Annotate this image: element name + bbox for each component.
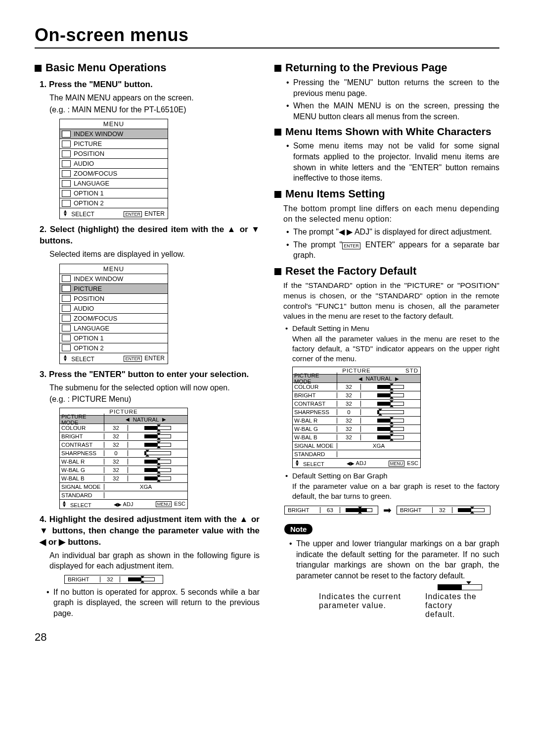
heading-reset: Reset the Factory Default	[274, 265, 499, 278]
menu-item-icon	[62, 170, 71, 177]
note-bullets: The upper and lower triangular markings …	[289, 538, 499, 581]
bar-diagram	[294, 584, 490, 592]
picture-menu-table-1: PICTUREPICTURE MODE◀ NATURAL ▶COLOUR32BR…	[59, 408, 188, 509]
page-number: 28	[35, 631, 499, 644]
setting-bullets: The prompt "◀ ▶ ADJ" is displayed for di…	[286, 227, 499, 261]
arrow-right-icon: ➡	[383, 504, 392, 516]
menu-item: OPTION 1	[60, 189, 168, 198]
heading-white-items: Menu Items Shown with White Characters	[274, 126, 499, 138]
setting-b2: The prompt "ENTER ENTER" appears for a s…	[286, 239, 499, 261]
right-column: Returning to the Previous Page Pressing …	[274, 57, 499, 621]
menu-item-icon	[62, 200, 71, 207]
page-title: On-screen menus	[35, 25, 499, 46]
menu-item: LANGUAGE	[60, 324, 168, 333]
note-label: Note	[284, 524, 312, 534]
reset-sub-2: Default Setting on Bar Graph If the para…	[285, 471, 499, 501]
menu-item: INDEX WINDOW	[60, 274, 168, 284]
bar-compare: BRIGHT 63 ➡ BRIGHT 32	[284, 504, 499, 516]
menu-item: INDEX WINDOW	[60, 129, 168, 139]
reset-sub-1: Default Setting in Menu When all the par…	[285, 324, 499, 364]
menu-item: ZOOM/FOCUS	[60, 169, 168, 179]
reset-b2: Default Setting on Bar Graph If the para…	[285, 471, 499, 501]
returning-bullets: Pressing the "MENU" button returns the s…	[286, 77, 499, 122]
step4-bullets: If no button is operated for approx. 5 s…	[46, 587, 260, 619]
menu-item-icon	[62, 285, 71, 292]
title-rule	[35, 47, 499, 48]
menu-item-icon	[62, 295, 71, 302]
note-body: The upper and lower triangular markings …	[289, 538, 499, 581]
menu-item: POSITION	[60, 294, 168, 304]
setting-b1: The prompt "◀ ▶ ADJ" is displayed for di…	[286, 227, 499, 237]
main-menu-table-2: MENUINDEX WINDOWPICTUREPOSITIONAUDIOZOOM…	[59, 264, 168, 364]
step3-title: 3. Press the "ENTER" button to enter you…	[40, 369, 260, 380]
menu-item: OPTION 2	[60, 198, 168, 208]
picture-menu-table-2: PICTURESTDPICTURE MODE◀ NATURAL ▶COLOUR3…	[292, 367, 421, 468]
menu-item-icon	[62, 305, 71, 312]
step2-title: 2. Select (highlight) the desired item w…	[40, 224, 260, 247]
menu-item-icon	[62, 131, 71, 138]
diagram-label-left: Indicates the current parameter value.	[319, 592, 405, 619]
step4-title: 4. Highlight the desired adjustment item…	[40, 514, 260, 548]
setting-body: The bottom prompt line differs on each m…	[283, 203, 499, 225]
reset-body: If the "STANDARD" option in the "PICTURE…	[283, 281, 499, 322]
menu-item: LANGUAGE	[60, 179, 168, 189]
step1-title: 1. Press the "MENU" button.	[40, 79, 260, 91]
heading-basic-menu: Basic Menu Operations	[35, 61, 260, 74]
bright-bar-single: BRIGHT 32	[64, 575, 163, 584]
diagram-label-right: Indicates the factory default.	[425, 592, 485, 619]
menu-item: PICTURE	[60, 139, 168, 149]
step4-body: An individual bar graph as shown in the …	[49, 550, 260, 571]
menu-item: OPTION 1	[60, 333, 168, 343]
returning-b1: Pressing the "MENU" button returns the s…	[286, 77, 499, 98]
menu-item-icon	[62, 315, 71, 322]
menu-item-icon	[62, 150, 71, 157]
step3-body1: The submenu for the selected option will…	[49, 382, 260, 393]
step3-body2: (e.g. : PICTURE Menu)	[49, 394, 260, 405]
menu-item-icon	[62, 325, 71, 331]
step1-body1: The MAIN MENU appears on the screen.	[49, 93, 260, 103]
menu-item-icon	[62, 334, 71, 341]
menu-item-icon	[62, 141, 71, 147]
step1-body2: (e.g. : MAIN MENU for the PT-L6510E)	[49, 104, 260, 115]
menu-item-icon	[62, 344, 71, 351]
menu-item: POSITION	[60, 149, 168, 159]
menu-item-icon	[62, 190, 71, 197]
menu-item: OPTION 2	[60, 343, 168, 353]
step2-body: Selected items are displayed in yellow.	[49, 249, 260, 260]
menu-item-icon	[62, 275, 71, 282]
bar-before: BRIGHT 63	[284, 506, 378, 515]
menu-item-icon	[62, 180, 71, 187]
main-menu-table-1: MENUINDEX WINDOWPICTUREPOSITIONAUDIOZOOM…	[59, 119, 168, 219]
white-bullets: Some menu items may not be valid for som…	[286, 141, 499, 183]
menu-item: AUDIO	[60, 304, 168, 314]
menu-item: PICTURE	[60, 284, 168, 294]
bar-after: BRIGHT 32	[397, 506, 490, 515]
menu-item-icon	[62, 160, 71, 167]
white-b1: Some menu items may not be valid for som…	[286, 141, 499, 183]
menu-item: AUDIO	[60, 159, 168, 169]
heading-menu-setting: Menu Items Setting	[274, 188, 499, 200]
heading-returning: Returning to the Previous Page	[274, 61, 499, 74]
reset-b1: Default Setting in Menu When all the par…	[285, 324, 499, 364]
enter-icon: ENTER	[342, 242, 360, 249]
menu-item: ZOOM/FOCUS	[60, 314, 168, 324]
returning-b2: When the MAIN MENU is on the screen, pre…	[286, 100, 499, 122]
left-column: Basic Menu Operations 1. Press the "MENU…	[35, 57, 260, 621]
step4-bullet-1: If no button is operated for approx. 5 s…	[46, 587, 260, 619]
